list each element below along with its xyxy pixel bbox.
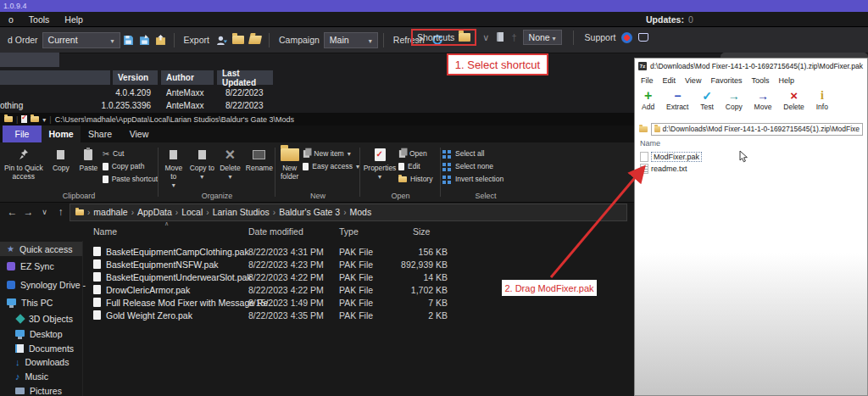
modlist-filter-input[interactable] <box>0 53 59 67</box>
column-size[interactable]: Size <box>413 226 430 237</box>
new-folder-qat-icon[interactable] <box>31 116 39 122</box>
sidebar-item-synology-drive[interactable]: Synology Drive - <box>0 277 82 292</box>
paste-button[interactable]: Paste <box>75 145 103 174</box>
export-user-icon[interactable] <box>216 35 227 46</box>
edit-button[interactable]: Edit <box>398 161 432 171</box>
sidebar-item-3d-objects[interactable]: 3D Objects <box>0 311 82 326</box>
export-open-folder-icon[interactable] <box>249 36 261 44</box>
properties-qat-icon[interactable]: ✓ <box>21 115 27 123</box>
book-icon[interactable] <box>495 31 505 44</box>
add-button[interactable]: + Add <box>642 89 654 111</box>
menu-item-help[interactable]: Help <box>778 76 794 85</box>
up-folder-button[interactable] <box>639 126 648 132</box>
column-name[interactable]: Name <box>640 139 867 148</box>
support-icon[interactable] <box>621 32 632 43</box>
file-row[interactable]: BasketEquipmentCampClothing.pak 8/22/202… <box>93 245 627 258</box>
select-none-button[interactable]: Select none <box>442 161 504 171</box>
modtable-header-version[interactable]: Version <box>113 70 158 85</box>
menu-item-tools[interactable]: Tools <box>29 14 50 25</box>
sidebar-item-ez-sync[interactable]: EZ Sync <box>0 259 82 273</box>
forward-button[interactable]: → <box>21 206 36 218</box>
crumb-local[interactable]: Local <box>181 207 203 217</box>
sidebar-item-music[interactable]: Music <box>0 369 82 383</box>
rename-button[interactable]: Rename <box>244 145 275 174</box>
modtable-header-author[interactable]: Author <box>161 70 214 85</box>
sidebar-item-quick-access[interactable]: ★ Quick access <box>0 242 82 256</box>
invert-selection-button[interactable]: Invert selection <box>442 174 504 184</box>
sidebar-item-desktop[interactable]: Desktop <box>0 326 82 341</box>
sidebar-item-documents[interactable]: Documents <box>0 341 82 355</box>
history-button[interactable]: History <box>398 174 432 184</box>
copy-button[interactable]: Copy <box>47 145 75 174</box>
save-as-icon[interactable] <box>139 35 150 46</box>
recent-locations-button[interactable]: ∨ <box>37 208 52 216</box>
tab-share[interactable]: Share <box>81 125 120 142</box>
save-icon[interactable] <box>123 35 134 46</box>
open-button[interactable]: Open <box>398 148 432 159</box>
select-all-button[interactable]: Select all <box>442 148 504 159</box>
column-date-modified[interactable]: Date modified <box>248 226 303 237</box>
sevenzip-address-field[interactable]: d:\Downloads\Mod Fixer-141-1-0-169271564… <box>651 123 863 136</box>
crumb-mods[interactable]: Mods <box>350 207 372 217</box>
delete-button[interactable]: Delete <box>216 145 244 182</box>
cut-button[interactable]: Cut <box>103 148 158 159</box>
delete-button[interactable]: × Delete <box>783 89 804 111</box>
sevenzip-titlebar[interactable]: 7z d:\Downloads\Mod Fixer-141-1-0-169271… <box>635 59 867 73</box>
archive-file-row-readme[interactable]: readme.txt <box>640 163 867 175</box>
crumb-larian[interactable]: Larian Studios <box>213 207 270 217</box>
chevron-down-icon[interactable] <box>42 115 46 124</box>
pin-to-quick-access-button[interactable]: Pin to Quick access <box>0 145 47 182</box>
properties-button[interactable]: Properties <box>361 145 398 182</box>
tab-home[interactable]: Home <box>42 125 81 142</box>
chevron-icon[interactable]: ∨ <box>482 32 489 43</box>
archive-file-row-modfixer[interactable]: ModFixer.pak <box>640 151 867 163</box>
copy-to-button[interactable]: Copy to <box>188 145 217 182</box>
paste-shortcut-button[interactable]: Paste shortcut <box>103 174 158 184</box>
column-type[interactable]: Type <box>339 226 359 237</box>
shortcuts-button[interactable]: Shortcuts <box>417 32 454 42</box>
menu-item-help[interactable]: Help <box>64 14 83 25</box>
menu-item-tools[interactable]: Tools <box>751 76 769 85</box>
campaign-select[interactable]: Main <box>324 32 378 48</box>
kofi-icon[interactable] <box>638 33 648 42</box>
menu-item-edit[interactable]: Edit <box>663 76 676 85</box>
sidebar-item-downloads[interactable]: Downloads <box>0 354 82 369</box>
column-name[interactable]: Name <box>93 226 117 237</box>
info-button[interactable]: i Info <box>816 89 828 111</box>
easy-access-button[interactable]: Easy access <box>303 161 359 171</box>
sidebar-item-this-pc[interactable]: This PC <box>0 295 82 310</box>
profile-select[interactable]: None <box>523 30 562 45</box>
dagger-icon[interactable]: † <box>511 32 516 42</box>
copy-button[interactable]: → Copy <box>726 89 743 111</box>
copy-path-button[interactable]: Copy path <box>103 161 158 171</box>
tab-view[interactable]: View <box>120 125 159 142</box>
load-order-select[interactable]: Current <box>42 32 120 48</box>
breadcrumb[interactable]: › madhale › AppData › Local › Larian Stu… <box>70 204 627 221</box>
menu-item-file[interactable]: File <box>641 76 654 85</box>
sidebar-item-pictures[interactable]: Pictures <box>0 383 82 396</box>
file-row[interactable]: BasketEquipmentNSFW.pak 8/22/2023 4:23 P… <box>93 258 627 271</box>
export-order-icon[interactable] <box>155 35 166 46</box>
move-button[interactable]: → Move <box>754 89 772 111</box>
crumb-madhale[interactable]: madhale <box>93 207 127 217</box>
new-folder-button[interactable]: New folder <box>276 145 303 182</box>
file-row[interactable]: Gold Weight Zero.pak 8/22/2023 4:35 PM P… <box>93 309 627 321</box>
modtable-header-updated[interactable]: Last Updated <box>217 70 273 85</box>
new-item-button[interactable]: New item <box>303 148 359 159</box>
menu-item-view[interactable]: View <box>685 76 701 85</box>
crumb-appdata[interactable]: AppData <box>137 207 172 217</box>
test-button[interactable]: ✓ Test <box>700 89 714 111</box>
export-folder-icon[interactable] <box>232 36 244 44</box>
file-row[interactable]: Full Release Mod Fixer with Message Re..… <box>93 296 627 309</box>
file-size: 7 KB <box>373 298 448 308</box>
menu-item-partial[interactable]: o <box>8 14 14 25</box>
explorer-titlebar[interactable]: | ✓ | C:\Users\madhale\AppData\Local\Lar… <box>0 113 634 125</box>
move-to-button[interactable]: Move to <box>159 145 188 190</box>
up-button[interactable]: ↑ <box>53 206 68 218</box>
tab-file[interactable]: File <box>3 125 42 142</box>
menu-item-favorites[interactable]: Favorites <box>710 76 742 85</box>
modtable-header-name[interactable] <box>0 70 110 85</box>
crumb-bg3[interactable]: Baldur's Gate 3 <box>279 207 340 217</box>
extract-button[interactable]: − Extract <box>666 89 688 111</box>
back-button[interactable]: ← <box>5 206 19 218</box>
